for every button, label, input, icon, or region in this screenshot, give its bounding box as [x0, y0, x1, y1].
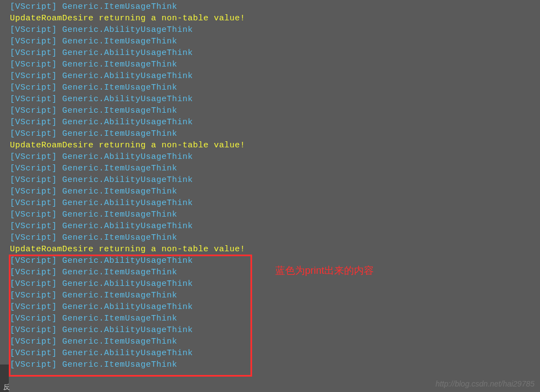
console-line: [VScript] Generic.AbilityUsageThink: [10, 151, 540, 163]
console-line: [VScript] Generic.AbilityUsageThink: [10, 24, 540, 36]
console-line: [VScript] Generic.AbilityUsageThink: [10, 117, 540, 128]
console-line: [VScript] Generic.AbilityUsageThink: [10, 197, 540, 209]
console-line: [VScript] Generic.ItemUsageThink: [10, 59, 540, 70]
console-line: [VScript] Generic.ItemUsageThink: [10, 128, 540, 140]
console-line: [VScript] Generic.ItemUsageThink: [10, 313, 540, 324]
console-line: [VScript] Generic.ItemUsageThink: [10, 82, 540, 93]
console-line: [VScript] Generic.ItemUsageThink: [10, 105, 540, 117]
console-line: [VScript] Generic.ItemUsageThink: [10, 186, 540, 197]
console-line: [VScript] Generic.AbilityUsageThink: [10, 278, 540, 290]
annotation-text: 蓝色为print出来的内容: [275, 265, 374, 277]
console-line: [VScript] Generic.AbilityUsageThink: [10, 301, 540, 313]
console-line: [VScript] Generic.AbilityUsageThink: [10, 70, 540, 82]
console-line: [VScript] Generic.AbilityUsageThink: [10, 324, 540, 336]
console-line: [VScript] Generic.ItemUsageThink: [10, 232, 540, 244]
console-line: UpdateRoamDesire returning a non-table v…: [10, 244, 540, 255]
console-line: [VScript] Generic.AbilityUsageThink: [10, 47, 540, 59]
console-line: [VScript] Generic.ItemUsageThink: [10, 290, 540, 301]
console-line: [VScript] Generic.ItemUsageThink: [10, 336, 540, 347]
left-edge-panel: 反: [0, 365, 9, 392]
console-line: [VScript] Generic.ItemUsageThink: [10, 359, 540, 371]
console-line: [VScript] Generic.ItemUsageThink: [10, 163, 540, 174]
console-output: [VScript] Generic.ItemUsageThinkUpdateRo…: [0, 0, 540, 371]
console-line: UpdateRoamDesire returning a non-table v…: [10, 13, 540, 24]
console-line: [VScript] Generic.AbilityUsageThink: [10, 220, 540, 232]
watermark-text: http://blog.csdn.net/hai29785: [435, 378, 534, 390]
console-line: [VScript] Generic.ItemUsageThink: [10, 209, 540, 220]
console-line: [VScript] Generic.ItemUsageThink: [10, 36, 540, 47]
console-line: UpdateRoamDesire returning a non-table v…: [10, 140, 540, 151]
console-line: [VScript] Generic.ItemUsageThink: [10, 1, 540, 13]
console-line: [VScript] Generic.AbilityUsageThink: [10, 347, 540, 359]
console-line: [VScript] Generic.AbilityUsageThink: [10, 93, 540, 105]
console-line: [VScript] Generic.AbilityUsageThink: [10, 174, 540, 186]
